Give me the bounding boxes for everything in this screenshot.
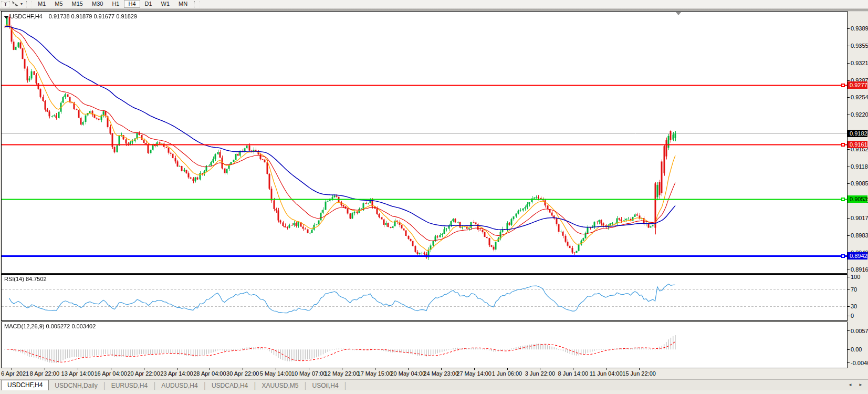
time-tick-label: 11 Jun 04:00 [590,370,623,377]
time-tick-mark [45,368,45,370]
time-tick-mark [408,368,409,370]
price-badge: 0.91829 [848,130,867,137]
axis-tick-mark [848,63,850,64]
axis-tick-text: 0.91180 [851,163,868,170]
axis-tick-label: 0.93550 [848,43,868,49]
axis-tick-text: 0.92200 [851,111,868,118]
time-tick-label: 5 May 14:00 [260,370,292,377]
axis-tick-mark [848,277,850,277]
axis-tick-mark [848,149,850,150]
time-tick-label: 20 May 04:00 [390,370,425,377]
time-tick-label: 15 Jun 22:00 [622,370,656,377]
time-tick-mark [441,368,442,370]
symbol-dropdown-icon[interactable] [4,16,9,19]
time-tick-label: 13 Apr 14:00 [61,370,94,377]
tab-scroll-left-icon[interactable]: ◄ [848,382,852,387]
drawing-arrows-button[interactable]: ▾ [11,1,23,7]
rsi-canvas[interactable] [2,275,847,320]
time-tick-mark [606,368,606,370]
status-strip [0,390,868,394]
axis-tick-text: 100 [851,274,860,280]
price-badge[interactable]: 0.92775 [848,81,867,89]
axis-tick-label: 0.91180 [848,163,868,170]
axis-tick-text: -0.00409 [851,360,868,366]
chart-tab-xauusd-m5[interactable]: XAUUSD,M5 [256,381,304,390]
rsi-panel: RSI(14) 84.7502 [1,274,848,321]
time-tick-label: 10 May 07:00 [291,370,327,377]
rsi-label: RSI(14) 84.7502 [4,276,47,282]
text-tool-icon: T [2,1,9,7]
main-chart-canvas[interactable] [2,12,847,273]
price-badge[interactable]: 0.89427 [848,252,867,260]
time-tick-mark [276,368,276,370]
axis-tick-label: 0.93890 [848,25,868,32]
axis-tick-label: 0.92200 [848,111,868,118]
time-tick-label: 12 May 22:00 [325,370,360,377]
axis-tick-mark [848,362,850,363]
time-tick-mark [507,368,508,370]
axis-tick-label: 70 [848,286,857,293]
time-tick-mark [210,368,210,370]
main-chart-panel: USDCHF,H4 0.91738 0.91879 0.91677 0.9182… [1,11,848,274]
timeframe-button-m15[interactable]: M15 [68,0,87,8]
time-tick-label: 16 Apr 04:00 [94,370,127,377]
price-badge[interactable]: 0.90539 [848,195,867,203]
timeframe-button-mn[interactable]: MN [174,0,192,8]
axis-tick-text: 0.00 [851,346,862,352]
timeframe-button-h4[interactable]: H4 [124,0,140,8]
axis-tick-mark [848,269,850,270]
chart-tab-usdchf-h4[interactable]: USDCHF,H4 [1,380,49,390]
tab-scroll-right-icon[interactable]: ► [859,382,863,387]
mt4-terminal-window: T ▾ M1M5M15M30H1H4D1W1MN USDCHF,H4 0.917… [0,0,868,394]
price-axis: 0.938900.935500.932100.928700.925400.922… [848,0,868,394]
chart-tab-audusd-h4[interactable]: AUDUSD,H4 [155,381,203,390]
time-axis: 6 Apr 20218 Apr 22:0013 Apr 14:0016 Apr … [1,368,848,378]
time-tick-label: 8 Jun 14:00 [558,370,589,377]
axis-tick-label: 0 [848,313,854,319]
axis-tick-label: 0.90850 [848,180,868,187]
timeframe-button-d1[interactable]: D1 [141,0,156,8]
time-tick-mark [309,368,309,370]
axis-tick-text: 30 [851,303,857,309]
chart-tab-usdcnh-daily[interactable]: USDCNH,Daily [49,381,103,390]
chevron-down-icon: ▾ [20,2,23,6]
time-tick-label: 8 Apr 22:00 [30,370,59,377]
axis-tick-text: 0.005718 [851,328,868,334]
axis-tick-text: 0.92540 [851,94,868,100]
axis-tick-text: 0.93550 [851,43,868,49]
axis-tick-label: 30 [848,303,857,310]
timeframe-button-m5[interactable]: M5 [50,0,67,8]
chart-title: USDCHF,H4 0.91738 0.91879 0.91677 0.9182… [10,13,137,19]
timeframe-button-m30[interactable]: M30 [88,0,107,8]
timeframe-button-m1[interactable]: M1 [34,0,50,8]
chart-shift-marker-icon[interactable] [676,12,681,15]
axis-tick-label: 0.00 [848,346,862,353]
chart-tab-usdcad-h4[interactable]: USDCAD,H4 [206,381,254,390]
text-tool-button[interactable]: T [2,1,9,7]
axis-tick-label: -0.00409 [848,359,868,366]
axis-tick-mark [848,306,850,307]
time-tick-mark [375,368,375,370]
timeframe-button-h1[interactable]: H1 [108,0,123,8]
toolbar-grip [194,1,200,7]
axis-tick-label: 0.93210 [848,60,868,67]
time-tick-mark [639,368,640,370]
time-tick-mark [78,368,78,370]
toolbar-grip [26,1,32,7]
axis-tick-mark [848,316,850,316]
time-tick-mark [144,368,144,370]
time-tick-label: 28 Apr 04:00 [193,370,226,377]
axis-tick-text: 0.89160 [851,266,868,273]
time-tick-label: 20 Apr 22:00 [127,370,160,377]
axis-tick-mark [848,167,850,167]
timeframe-button-w1[interactable]: W1 [157,0,174,8]
chart-tab-usoil-h4[interactable]: USOil,H4 [307,381,344,390]
macd-canvas[interactable] [2,322,847,368]
axis-tick-mark [848,235,850,236]
axis-tick-label: 100 [848,274,860,281]
price-badge[interactable]: 0.91618 [848,141,867,148]
time-tick-label: 17 May 15:00 [358,370,393,377]
axis-tick-text: 0.90170 [851,215,868,221]
time-tick-mark [111,368,111,370]
chart-tab-eurusd-h4[interactable]: EURUSD,H4 [106,381,153,390]
